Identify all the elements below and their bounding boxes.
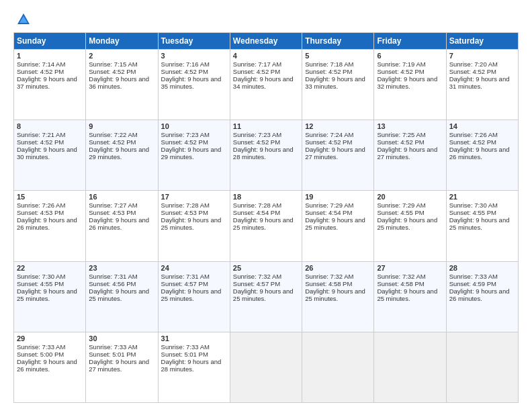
calendar-cell: 2Sunrise: 7:15 AMSunset: 4:52 PMDaylight…: [86, 50, 158, 120]
calendar-cell: 7Sunrise: 7:20 AMSunset: 4:52 PMDaylight…: [446, 50, 518, 120]
day-number: 21: [449, 193, 515, 201]
calendar-cell: [446, 332, 518, 402]
day-number: 27: [377, 264, 443, 272]
calendar-header-tuesday: Tuesday: [158, 33, 230, 50]
day-number: 28: [449, 264, 515, 272]
day-number: 11: [233, 122, 299, 130]
logo-icon: [16, 12, 31, 27]
day-number: 13: [377, 122, 443, 130]
day-number: 29: [17, 334, 83, 342]
calendar-cell: 10Sunrise: 7:23 AMSunset: 4:52 PMDayligh…: [158, 120, 230, 191]
calendar-week-row: 8Sunrise: 7:21 AMSunset: 4:52 PMDaylight…: [14, 120, 519, 191]
calendar-cell: 29Sunrise: 7:33 AMSunset: 5:00 PMDayligh…: [14, 332, 86, 402]
day-number: 3: [161, 52, 227, 60]
calendar-cell: 14Sunrise: 7:26 AMSunset: 4:52 PMDayligh…: [446, 120, 518, 191]
calendar-week-row: 15Sunrise: 7:26 AMSunset: 4:53 PMDayligh…: [14, 191, 519, 261]
day-number: 8: [17, 122, 83, 130]
calendar-cell: 18Sunrise: 7:28 AMSunset: 4:54 PMDayligh…: [230, 191, 302, 261]
day-number: 4: [233, 52, 299, 60]
header: [13, 11, 519, 27]
calendar-header-thursday: Thursday: [302, 33, 374, 50]
calendar-cell: 8Sunrise: 7:21 AMSunset: 4:52 PMDaylight…: [14, 120, 86, 191]
calendar-cell: 19Sunrise: 7:29 AMSunset: 4:54 PMDayligh…: [302, 191, 374, 261]
calendar-cell: [302, 332, 374, 402]
calendar-cell: [230, 332, 302, 402]
day-number: 5: [305, 52, 371, 60]
day-number: 19: [305, 193, 371, 201]
day-number: 16: [89, 193, 154, 201]
day-number: 30: [89, 334, 154, 342]
day-number: 18: [233, 193, 299, 201]
day-number: 22: [17, 264, 83, 272]
calendar-header-wednesday: Wednesday: [230, 33, 302, 50]
calendar-cell: 20Sunrise: 7:29 AMSunset: 4:55 PMDayligh…: [374, 191, 446, 261]
calendar-header-saturday: Saturday: [446, 33, 518, 50]
calendar-week-row: 29Sunrise: 7:33 AMSunset: 5:00 PMDayligh…: [14, 332, 519, 402]
day-number: 7: [449, 52, 515, 60]
logo: [13, 13, 31, 27]
calendar-cell: 13Sunrise: 7:25 AMSunset: 4:52 PMDayligh…: [374, 120, 446, 191]
calendar-cell: 6Sunrise: 7:19 AMSunset: 4:52 PMDaylight…: [374, 50, 446, 120]
calendar-cell: 12Sunrise: 7:24 AMSunset: 4:52 PMDayligh…: [302, 120, 374, 191]
calendar-header-sunday: Sunday: [14, 33, 86, 50]
day-number: 23: [89, 264, 154, 272]
calendar-cell: 15Sunrise: 7:26 AMSunset: 4:53 PMDayligh…: [14, 191, 86, 261]
calendar-cell: 25Sunrise: 7:32 AMSunset: 4:57 PMDayligh…: [230, 261, 302, 332]
calendar-week-row: 1Sunrise: 7:14 AMSunset: 4:52 PMDaylight…: [14, 50, 519, 120]
calendar-cell: 4Sunrise: 7:17 AMSunset: 4:52 PMDaylight…: [230, 50, 302, 120]
calendar-cell: 24Sunrise: 7:31 AMSunset: 4:57 PMDayligh…: [158, 261, 230, 332]
calendar-cell: 5Sunrise: 7:18 AMSunset: 4:52 PMDaylight…: [302, 50, 374, 120]
calendar-week-row: 22Sunrise: 7:30 AMSunset: 4:55 PMDayligh…: [14, 261, 519, 332]
calendar-cell: 17Sunrise: 7:28 AMSunset: 4:53 PMDayligh…: [158, 191, 230, 261]
calendar-cell: 21Sunrise: 7:30 AMSunset: 4:55 PMDayligh…: [446, 191, 518, 261]
calendar-cell: 1Sunrise: 7:14 AMSunset: 4:52 PMDaylight…: [14, 50, 86, 120]
day-number: 20: [377, 193, 443, 201]
day-number: 26: [305, 264, 371, 272]
calendar-cell: 30Sunrise: 7:33 AMSunset: 5:01 PMDayligh…: [86, 332, 158, 402]
calendar-cell: 16Sunrise: 7:27 AMSunset: 4:53 PMDayligh…: [86, 191, 158, 261]
day-number: 14: [449, 122, 515, 130]
calendar-cell: 28Sunrise: 7:33 AMSunset: 4:59 PMDayligh…: [446, 261, 518, 332]
calendar-cell: 27Sunrise: 7:32 AMSunset: 4:58 PMDayligh…: [374, 261, 446, 332]
day-number: 15: [17, 193, 83, 201]
calendar-cell: 11Sunrise: 7:23 AMSunset: 4:52 PMDayligh…: [230, 120, 302, 191]
calendar-header-friday: Friday: [374, 33, 446, 50]
calendar-header-monday: Monday: [86, 33, 158, 50]
calendar-table: SundayMondayTuesdayWednesdayThursdayFrid…: [13, 32, 519, 403]
calendar-cell: 26Sunrise: 7:32 AMSunset: 4:58 PMDayligh…: [302, 261, 374, 332]
calendar-cell: 23Sunrise: 7:31 AMSunset: 4:56 PMDayligh…: [86, 261, 158, 332]
day-number: 12: [305, 122, 371, 130]
day-number: 9: [89, 122, 154, 130]
day-number: 6: [377, 52, 443, 60]
calendar-cell: 31Sunrise: 7:33 AMSunset: 5:01 PMDayligh…: [158, 332, 230, 402]
calendar-cell: 3Sunrise: 7:16 AMSunset: 4:52 PMDaylight…: [158, 50, 230, 120]
day-number: 25: [233, 264, 299, 272]
day-number: 10: [161, 122, 227, 130]
page: SundayMondayTuesdayWednesdayThursdayFrid…: [0, 0, 532, 411]
day-number: 31: [161, 334, 227, 342]
day-number: 17: [161, 193, 227, 201]
calendar-cell: 22Sunrise: 7:30 AMSunset: 4:55 PMDayligh…: [14, 261, 86, 332]
day-number: 1: [17, 52, 83, 60]
day-number: 24: [161, 264, 227, 272]
day-number: 2: [89, 52, 154, 60]
calendar-header-row: SundayMondayTuesdayWednesdayThursdayFrid…: [14, 33, 519, 50]
calendar-cell: 9Sunrise: 7:22 AMSunset: 4:52 PMDaylight…: [86, 120, 158, 191]
calendar-cell: [374, 332, 446, 402]
